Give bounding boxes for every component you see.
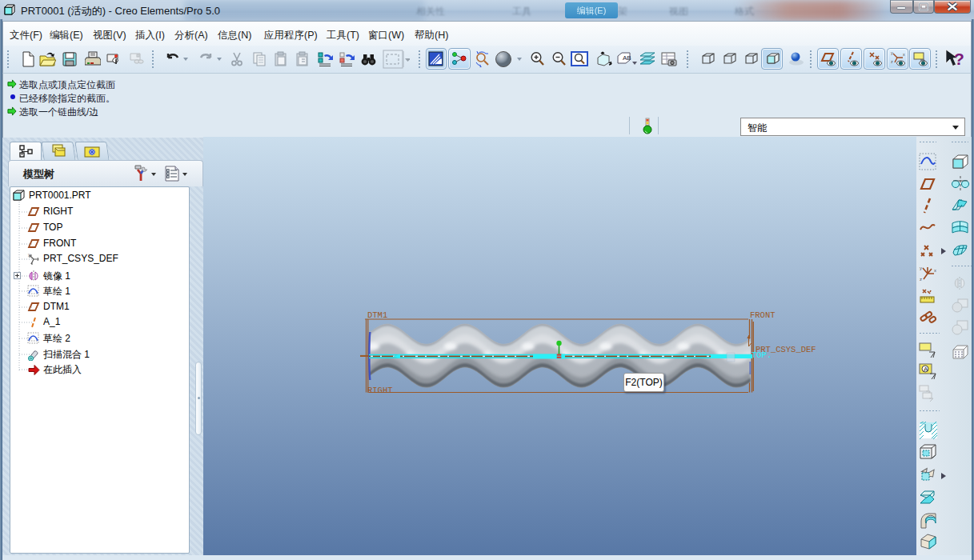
svg-text:z: z: [920, 277, 922, 282]
svg-text:A: A: [924, 366, 928, 373]
svg-text:DTM1: DTM1: [367, 310, 387, 320]
svg-text:x: x: [934, 268, 936, 273]
svg-text:y: y: [920, 266, 922, 270]
svg-text:?: ?: [954, 50, 964, 68]
svg-text:TOP.: TOP.: [752, 350, 772, 360]
svg-text:RIGHT: RIGHT: [367, 386, 393, 395]
svg-text:x: x: [903, 52, 905, 57]
svg-text:y: y: [891, 50, 893, 55]
svg-text:z: z: [891, 59, 893, 64]
svg-text:AB: AB: [623, 54, 631, 62]
svg-text:FRONT: FRONT: [750, 310, 776, 320]
